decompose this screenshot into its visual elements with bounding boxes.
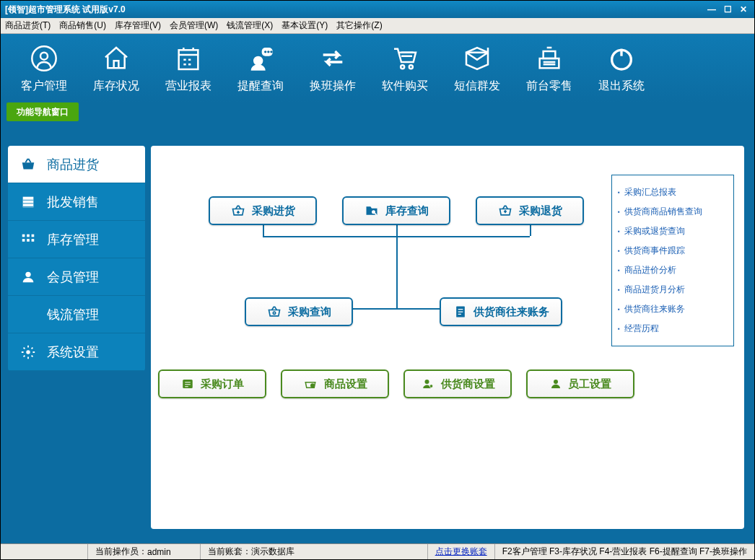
svg-point-29 bbox=[554, 380, 558, 384]
main-toolbar: 客户管理库存状况营业报表提醒查询换班操作软件购买短信群发前台零售退出系统 bbox=[1, 34, 754, 102]
flow-purchase-return[interactable]: 采购退货 bbox=[476, 196, 584, 225]
status-bar: 当前操作员：admin 当前账套：演示数据库 点击更换账套 F2客户管理 F3-… bbox=[1, 543, 754, 559]
report-link-7[interactable]: 经营历程 bbox=[618, 319, 728, 338]
report-link-2[interactable]: 采购或退货查询 bbox=[618, 222, 728, 241]
sidebar-wholesale[interactable]: 批发销售 bbox=[8, 183, 145, 221]
toolbar-sms-bulk[interactable]: 短信群发 bbox=[441, 43, 513, 94]
maximize-button[interactable]: ☐ bbox=[721, 4, 734, 15]
user-gear-icon bbox=[421, 377, 435, 390]
menu-bar: 商品进货(T)商品销售(U)库存管理(V)会员管理(W)钱流管理(X)基本设置(… bbox=[1, 18, 754, 34]
basket-down-icon bbox=[230, 204, 246, 218]
svg-point-8 bbox=[401, 65, 404, 69]
goods-purchase-icon bbox=[18, 157, 38, 172]
svg-point-5 bbox=[264, 51, 266, 53]
svg-rect-19 bbox=[32, 239, 35, 242]
content-panel: 采购进货 库存查询 采购退货 采购查询 供货商往来账务 采 bbox=[151, 146, 744, 529]
flow-staff-settings[interactable]: 员工设置 bbox=[526, 369, 634, 398]
svg-point-7 bbox=[270, 51, 272, 53]
report-link-5[interactable]: 商品进货月分析 bbox=[618, 280, 728, 299]
reminder-query-icon bbox=[224, 43, 297, 74]
close-button[interactable]: ✕ bbox=[737, 4, 750, 15]
svg-rect-17 bbox=[22, 239, 25, 242]
report-link-0[interactable]: 采购汇总报表 bbox=[618, 183, 728, 202]
toolbar-reminder-query[interactable]: 提醒查询 bbox=[224, 43, 297, 94]
exit-system-icon bbox=[585, 43, 658, 74]
svg-rect-16 bbox=[32, 234, 35, 237]
stock-mgmt-icon bbox=[18, 232, 38, 248]
title-bar: [领智]超市管理系统 试用版v7.0 — ☐ ✕ bbox=[1, 1, 754, 18]
report-link-1[interactable]: 供货商商品销售查询 bbox=[618, 202, 728, 222]
menu-item-1[interactable]: 商品销售(U) bbox=[59, 19, 106, 32]
status-hotkeys: F2客户管理 F3-库存状况 F4-营业报表 F6-提醒查询 F7-换班操作 bbox=[494, 544, 754, 559]
svg-point-28 bbox=[429, 385, 433, 388]
sms-bulk-icon bbox=[441, 43, 513, 74]
report-link-3[interactable]: 供货商事件跟踪 bbox=[618, 241, 728, 261]
svg-point-6 bbox=[267, 51, 269, 53]
customer-mgmt-icon bbox=[8, 43, 80, 74]
report-link-4[interactable]: 商品进价分析 bbox=[618, 261, 728, 280]
basket-up-icon bbox=[497, 204, 513, 218]
svg-rect-11 bbox=[544, 51, 556, 58]
sidebar-member-mgmt[interactable]: 会员管理 bbox=[8, 258, 145, 296]
sidebar-stock-mgmt[interactable]: 库存管理 bbox=[8, 221, 145, 258]
toolbar-front-retail[interactable]: 前台零售 bbox=[513, 43, 585, 94]
svg-point-20 bbox=[25, 271, 30, 276]
svg-point-21 bbox=[26, 350, 30, 354]
sidebar-system-settings[interactable]: 系统设置 bbox=[8, 333, 145, 371]
minimize-button[interactable]: — bbox=[705, 4, 718, 15]
menu-item-3[interactable]: 会员管理(W) bbox=[170, 19, 218, 32]
window-title: [领智]超市管理系统 试用版v7.0 bbox=[5, 4, 126, 16]
folder-search-icon bbox=[364, 204, 380, 218]
wholesale-icon bbox=[18, 194, 38, 210]
svg-rect-14 bbox=[22, 234, 25, 237]
menu-item-4[interactable]: 钱流管理(X) bbox=[227, 19, 273, 32]
toolbar-customer-mgmt[interactable]: 客户管理 bbox=[8, 43, 80, 94]
menu-item-6[interactable]: 其它操作(Z) bbox=[336, 19, 382, 32]
purchase-software-icon bbox=[369, 43, 441, 74]
status-dataset: 当前账套：演示数据库 bbox=[200, 544, 302, 559]
person-icon bbox=[549, 377, 562, 390]
flow-purchase-in[interactable]: 采购进货 bbox=[209, 196, 317, 225]
cash-flow-icon bbox=[18, 307, 38, 323]
front-retail-icon bbox=[513, 43, 585, 74]
flow-stock-query[interactable]: 库存查询 bbox=[342, 196, 450, 225]
member-mgmt-icon bbox=[18, 269, 38, 285]
system-settings-icon bbox=[18, 344, 38, 360]
menu-item-0[interactable]: 商品进货(T) bbox=[5, 19, 51, 32]
svg-rect-15 bbox=[27, 234, 30, 237]
list-icon bbox=[180, 377, 195, 390]
sidebar: 商品进货批发销售库存管理会员管理钱流管理系统设置 bbox=[8, 146, 145, 371]
app-window: [领智]超市管理系统 试用版v7.0 — ☐ ✕ 商品进货(T)商品销售(U)库… bbox=[0, 0, 755, 560]
toolbar-shift-change[interactable]: 换班操作 bbox=[297, 43, 369, 94]
reports-links-panel: 采购汇总报表供货商商品销售查询采购或退货查询供货商事件跟踪商品进价分析商品进货月… bbox=[611, 175, 734, 346]
svg-point-0 bbox=[32, 46, 56, 70]
toolbar-inventory-status[interactable]: 库存状况 bbox=[80, 43, 152, 94]
menu-item-5[interactable]: 基本设置(Y) bbox=[282, 19, 328, 32]
flow-purchase-query[interactable]: 采购查询 bbox=[245, 297, 353, 326]
svg-point-3 bbox=[253, 56, 263, 66]
toolbar-purchase-software[interactable]: 软件购买 bbox=[369, 43, 441, 94]
sidebar-goods-purchase[interactable]: 商品进货 bbox=[8, 146, 145, 183]
svg-point-1 bbox=[40, 53, 48, 60]
inventory-status-icon bbox=[80, 43, 152, 74]
flow-supplier-settings[interactable]: 供货商设置 bbox=[403, 369, 512, 398]
menu-item-2[interactable]: 库存管理(V) bbox=[115, 19, 161, 32]
svg-point-27 bbox=[424, 380, 429, 384]
svg-point-23 bbox=[273, 312, 275, 314]
nav-window-tab[interactable]: 功能导航窗口 bbox=[6, 102, 79, 121]
report-link-6[interactable]: 供货商往来账务 bbox=[618, 299, 728, 319]
svg-point-9 bbox=[409, 65, 413, 69]
flow-supplier-account[interactable]: 供货商往来账务 bbox=[440, 297, 562, 326]
toolbar-exit-system[interactable]: 退出系统 bbox=[585, 43, 658, 94]
document-icon bbox=[453, 305, 468, 319]
sidebar-cash-flow[interactable]: 钱流管理 bbox=[8, 296, 145, 333]
svg-rect-13 bbox=[23, 196, 34, 207]
basket-search-icon bbox=[266, 305, 282, 319]
flow-purchase-order[interactable]: 采购订单 bbox=[158, 369, 266, 398]
flow-product-settings[interactable]: 商品设置 bbox=[281, 369, 389, 398]
toolbar-business-report[interactable]: 营业报表 bbox=[152, 43, 224, 94]
svg-rect-10 bbox=[540, 58, 559, 68]
status-operator: 当前操作员：admin bbox=[87, 544, 178, 559]
svg-point-26 bbox=[311, 384, 315, 388]
switch-dataset-link[interactable]: 点击更换账套 bbox=[435, 546, 487, 558]
